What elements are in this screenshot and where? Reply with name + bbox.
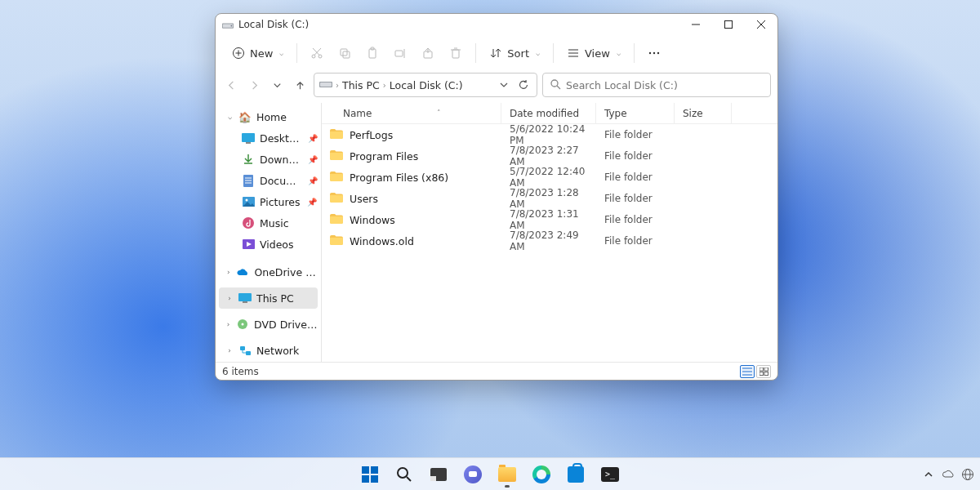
svg-rect-18: [395, 51, 403, 56]
details-view-toggle[interactable]: [740, 365, 755, 378]
recent-button[interactable]: [268, 76, 286, 94]
item-count: 6 items: [222, 366, 259, 377]
column-size[interactable]: Size: [675, 103, 732, 123]
sidebar-item-pictures[interactable]: Pictures 📌: [219, 191, 318, 212]
taskbar-file-explorer[interactable]: [493, 461, 521, 488]
file-name: PerfLogs: [350, 129, 393, 141]
network-tray-icon[interactable]: [960, 467, 975, 482]
address-dropdown-button[interactable]: [496, 77, 512, 93]
sidebar-item-music[interactable]: Music: [219, 212, 318, 234]
search-input[interactable]: [566, 79, 764, 91]
svg-rect-53: [760, 368, 764, 371]
file-name: Program Files (x86): [350, 172, 448, 184]
close-button[interactable]: [745, 14, 777, 34]
chevron-right-icon: ›: [225, 346, 234, 354]
file-rows: PerfLogs5/6/2022 10:24 PMFile folderProg…: [322, 124, 777, 362]
maximize-button[interactable]: [712, 14, 745, 34]
home-icon: 🏠: [238, 110, 252, 123]
pc-icon: [238, 292, 252, 305]
folder-icon: [330, 235, 343, 247]
search-bar[interactable]: [542, 73, 771, 97]
terminal-icon: >_: [601, 467, 619, 482]
taskbar-edge[interactable]: [528, 461, 555, 488]
view-button[interactable]: View ⌵: [560, 43, 627, 63]
search-button[interactable]: [390, 461, 418, 488]
table-row[interactable]: Windows.old7/8/2023 2:49 AMFile folder: [322, 230, 777, 252]
forward-button[interactable]: [245, 76, 263, 94]
table-row[interactable]: Users7/8/2023 1:28 AMFile folder: [322, 188, 777, 209]
titlebar[interactable]: Local Disk (C:): [216, 14, 777, 34]
sort-label: Sort: [507, 47, 529, 60]
taskbar-store[interactable]: [562, 461, 590, 488]
tray-overflow-button[interactable]: [921, 467, 936, 482]
svg-point-29: [657, 52, 659, 54]
svg-rect-45: [243, 301, 247, 303]
sidebar-item-onedrive[interactable]: › OneDrive - Perso: [219, 261, 318, 283]
rename-button[interactable]: [387, 43, 413, 63]
column-name[interactable]: Name ˄: [322, 103, 501, 123]
taskbar-terminal[interactable]: >_: [596, 461, 624, 488]
chevron-down-icon: ⌵: [279, 49, 283, 57]
copy-button[interactable]: [332, 43, 358, 63]
desktop: Local Disk (C:) New ⌵ Sort ⌵: [0, 0, 980, 490]
chevron-right-icon: ›: [383, 81, 386, 90]
new-button[interactable]: New ⌵: [225, 43, 290, 63]
sort-asc-icon: ˄: [437, 109, 440, 117]
pin-icon: 📌: [308, 134, 318, 143]
folder-icon: [330, 214, 343, 226]
thumbnails-view-toggle[interactable]: [756, 365, 771, 378]
system-tray: [921, 467, 975, 482]
column-date[interactable]: Date modified: [501, 103, 596, 123]
sidebar-item-network[interactable]: › Network: [219, 340, 318, 361]
delete-button[interactable]: [443, 43, 469, 63]
downloads-icon: [242, 153, 255, 166]
sidebar-item-dvd[interactable]: › DVD Drive (D:) C(: [219, 314, 318, 335]
cut-button[interactable]: [304, 43, 330, 63]
sort-button[interactable]: Sort ⌵: [483, 43, 546, 63]
paste-button[interactable]: [359, 43, 385, 63]
table-row[interactable]: PerfLogs5/6/2022 10:24 PMFile folder: [322, 124, 777, 145]
file-type: File folder: [596, 214, 675, 225]
separator: [634, 43, 635, 63]
chevron-right-icon: ›: [336, 81, 339, 90]
svg-rect-34: [242, 133, 255, 142]
up-button[interactable]: [291, 76, 309, 94]
folder-icon: [498, 467, 516, 482]
refresh-button[interactable]: [515, 77, 532, 93]
search-icon: [550, 78, 561, 92]
chevron-right-icon: ›: [225, 268, 231, 276]
file-list-area: Name ˄ Date modified Type Size PerfLogs5…: [322, 103, 777, 362]
svg-rect-4: [725, 20, 733, 28]
file-name: Program Files: [350, 150, 418, 163]
table-row[interactable]: Program Files (x86)5/7/2022 12:40 AMFile…: [322, 167, 777, 188]
sidebar-item-thispc[interactable]: › This PC: [219, 287, 318, 309]
column-type[interactable]: Type: [596, 103, 675, 123]
breadcrumb[interactable]: This PC: [342, 79, 380, 91]
minimize-button[interactable]: [679, 14, 712, 34]
sidebar-item-downloads[interactable]: Downloads 📌: [219, 149, 318, 170]
taskbar-teams[interactable]: [459, 461, 487, 488]
sidebar: ⌵ 🏠 Home Desktop 📌 Downloads 📌 Document: [216, 103, 322, 362]
svg-point-32: [551, 80, 558, 87]
table-row[interactable]: Windows7/8/2023 1:31 AMFile folder: [322, 209, 777, 230]
share-button[interactable]: [415, 43, 441, 63]
status-bar: 6 items: [216, 362, 777, 380]
onedrive-tray-icon[interactable]: [941, 467, 956, 482]
search-icon: [396, 466, 412, 483]
breadcrumb[interactable]: Local Disk (C:): [390, 79, 463, 91]
back-button[interactable]: [222, 76, 240, 94]
sidebar-item-documents[interactable]: Documents 📌: [219, 170, 318, 191]
more-button[interactable]: [641, 43, 667, 63]
sidebar-item-home[interactable]: ⌵ 🏠 Home: [219, 106, 318, 127]
column-headers: Name ˄ Date modified Type Size: [322, 103, 777, 124]
start-button[interactable]: [356, 461, 384, 488]
table-row[interactable]: Program Files7/8/2023 2:27 AMFile folder: [322, 145, 777, 167]
task-view-button[interactable]: [425, 461, 452, 488]
sidebar-item-desktop[interactable]: Desktop 📌: [219, 127, 318, 149]
address-bar[interactable]: › This PC › Local Disk (C:): [314, 73, 537, 97]
pin-icon: 📌: [308, 176, 318, 185]
file-type: File folder: [596, 235, 675, 247]
sidebar-item-videos[interactable]: Videos: [219, 234, 318, 255]
folder-icon: [330, 129, 343, 141]
new-label: New: [250, 47, 273, 60]
